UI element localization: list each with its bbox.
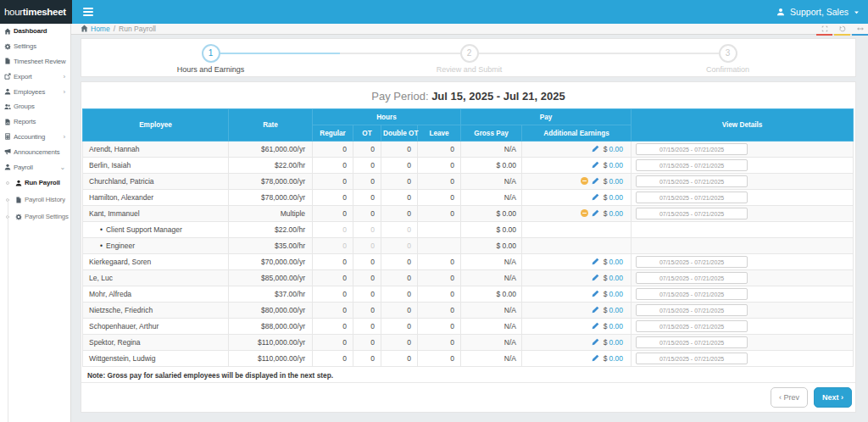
view-details-cell (632, 335, 854, 351)
warning-icon[interactable] (581, 209, 588, 217)
expand-button[interactable] (816, 24, 832, 35)
leave-hours-cell: 0 (418, 286, 461, 303)
edit-pencil-icon[interactable] (592, 193, 599, 203)
sidebar-item-announcements[interactable]: Announcements (0, 144, 70, 159)
edit-pencil-icon[interactable] (592, 322, 599, 331)
sidebar-item-employees[interactable]: Employees› (0, 84, 70, 99)
collapse-button[interactable] (852, 24, 868, 35)
additional-earnings-value[interactable]: 0.00 (609, 161, 624, 169)
date-range-input[interactable] (636, 320, 748, 332)
additional-earnings-value[interactable]: 0.00 (609, 338, 624, 347)
edit-pencil-icon[interactable] (592, 354, 599, 364)
ot-hours-cell: 0 (353, 238, 381, 254)
sidebar-item-groups[interactable]: Groups (0, 99, 70, 114)
date-range-input[interactable] (636, 143, 748, 155)
sidebar-subitem-payroll-history[interactable]: Payroll History (0, 192, 70, 208)
user-menu[interactable]: Support, Sales (776, 0, 860, 24)
regular-hours-cell: 0 (313, 335, 353, 351)
employee-name: •Client Support Manager (83, 222, 229, 238)
date-range-input[interactable] (636, 256, 748, 268)
col-group-hours: Hours (313, 109, 461, 125)
gross-pay-cell: N/A (461, 319, 522, 335)
home-icon (3, 28, 11, 35)
double-ot-hours-cell: 0 (381, 335, 418, 351)
edit-pencil-icon[interactable] (592, 338, 599, 347)
additional-earnings-value[interactable]: 0.00 (609, 354, 624, 363)
app-logo[interactable]: hourtimesheet (0, 0, 72, 24)
gross-pay-cell: N/A (461, 174, 522, 190)
gross-pay-cell: $ 0.00 (461, 222, 522, 238)
top-navbar: hourtimesheet Support, Sales (0, 0, 868, 24)
next-button[interactable]: Next › (814, 387, 852, 408)
payroll-subrow: •Client Support Manager$22.00/hr000$ 0.0… (83, 222, 854, 238)
date-range-input[interactable] (636, 192, 748, 203)
payroll-row: Wittgenstein, Ludwig$110,000.00/yr0000N/… (83, 351, 854, 367)
regular-hours-cell: 0 (313, 319, 353, 335)
view-details-cell (632, 190, 854, 206)
sidebar-item-export[interactable]: Export› (0, 69, 70, 84)
employee-name: Wittgenstein, Ludwig (83, 351, 229, 367)
additional-earnings-value[interactable]: 0.00 (609, 209, 624, 218)
sidebar-item-settings[interactable]: Settings (0, 39, 70, 54)
refresh-button[interactable] (834, 24, 850, 35)
leave-hours-cell (418, 238, 461, 254)
edit-pencil-icon[interactable] (592, 161, 599, 170)
employee-name: Churchland, Patricia (83, 174, 229, 190)
home-icon (81, 25, 88, 34)
pay-period-value: Jul 15, 2025 - Jul 21, 2025 (431, 90, 565, 103)
additional-earnings-value[interactable]: 0.00 (609, 274, 624, 282)
double-ot-hours-cell: 0 (381, 222, 418, 238)
additional-earnings-value[interactable]: 0.00 (609, 145, 624, 153)
additional-earnings-value[interactable]: 0.00 (609, 306, 624, 314)
payroll-row: Churchland, Patricia$78,000.00/yr0000N/A… (83, 174, 854, 190)
sidebar-toggle-button[interactable] (75, 0, 101, 24)
additional-earnings-value[interactable]: 0.00 (609, 177, 624, 186)
view-details-cell (632, 206, 854, 222)
regular-hours-cell: 0 (313, 158, 353, 174)
date-range-input[interactable] (636, 175, 748, 187)
sidebar-subitem-payroll-settings[interactable]: Payroll Settings (0, 208, 70, 225)
gross-pay-cell: N/A (461, 270, 522, 286)
col-header-gross-pay: Gross Pay (461, 125, 522, 142)
additional-earnings-value[interactable]: 0.00 (609, 193, 624, 202)
view-details-cell (632, 158, 854, 174)
double-ot-hours-cell: 0 (381, 270, 418, 286)
prev-button[interactable]: ‹ Prev (771, 387, 808, 408)
logo-text-thin: hour (4, 7, 23, 17)
regular-hours-cell: 0 (313, 190, 353, 206)
breadcrumb-home-link[interactable]: Home (81, 25, 110, 34)
additional-earnings-cell: $0.00 (522, 286, 632, 303)
warning-icon[interactable] (581, 177, 588, 185)
payroll-row: Arendt, Hannah$61,000.00/yr0000N/A$0.00 (83, 142, 854, 158)
edit-pencil-icon[interactable] (592, 290, 599, 299)
date-range-input[interactable] (636, 336, 748, 348)
edit-pencil-icon[interactable] (592, 274, 599, 283)
edit-pencil-icon[interactable] (592, 258, 599, 267)
date-range-input[interactable] (636, 272, 748, 284)
megaphone-icon (3, 148, 11, 155)
double-ot-hours-cell: 0 (381, 190, 418, 206)
breadcrumb-current: Run Payroll (119, 25, 156, 33)
edit-pencil-icon[interactable] (592, 145, 599, 154)
sidebar-item-reports[interactable]: Reports (0, 114, 70, 130)
date-range-input[interactable] (636, 288, 748, 300)
employee-name: •Engineer (83, 238, 229, 254)
date-range-input[interactable] (636, 208, 748, 219)
date-range-input[interactable] (636, 304, 748, 316)
date-range-input[interactable] (636, 353, 748, 364)
additional-earnings-value[interactable]: 0.00 (609, 322, 624, 330)
additional-earnings-cell: $0.00 (522, 319, 632, 335)
step-label: Hours and Earnings (160, 65, 262, 74)
sidebar-item-timesheet-review[interactable]: Timesheet Review (0, 54, 70, 69)
sidebar-item-payroll[interactable]: Payroll⌄ (0, 159, 70, 175)
sidebar-item-accounting[interactable]: Accounting› (0, 130, 70, 145)
edit-pencil-icon[interactable] (592, 209, 599, 219)
edit-pencil-icon[interactable] (592, 177, 599, 186)
sidebar-subitem-run-payroll[interactable]: Run Payroll (0, 175, 70, 192)
sidebar-item-dashboard[interactable]: Dashboard (0, 24, 70, 39)
additional-earnings-value[interactable]: 0.00 (609, 258, 624, 266)
date-range-input[interactable] (636, 159, 748, 171)
additional-earnings-cell: $0.00 (522, 142, 632, 158)
edit-pencil-icon[interactable] (592, 306, 599, 315)
additional-earnings-value[interactable]: 0.00 (609, 290, 624, 298)
